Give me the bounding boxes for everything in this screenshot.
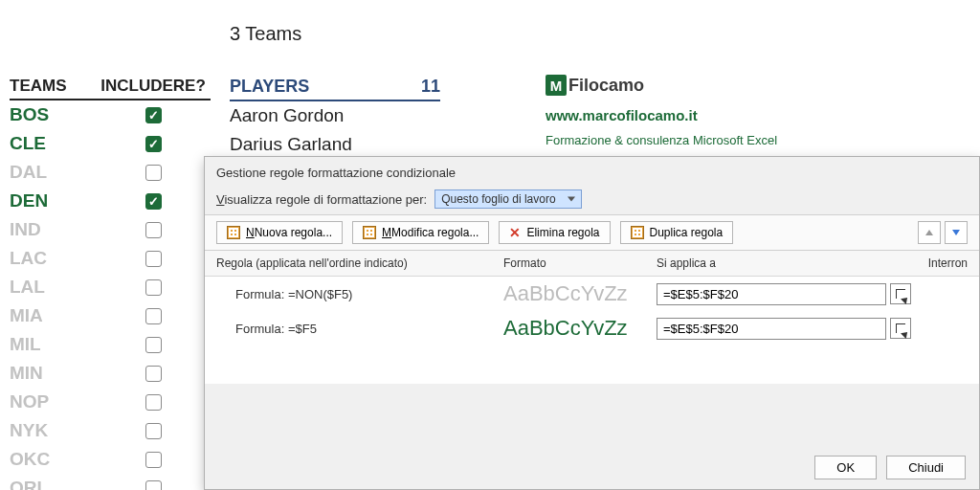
range-picker-icon [896,289,905,299]
delete-rule-button[interactable]: ✕ Elimina regola [499,221,610,244]
chevron-down-icon [952,230,960,235]
team-row: MIN [10,359,211,388]
players-header: PLAYERS [230,77,309,97]
col-rule: Regola (applicata nell'ordine indicato) [216,256,503,270]
col-applies: Si applica a [657,256,914,270]
team-name: LAL [10,277,96,298]
player-row: Aaron Gordon [230,101,440,130]
chevron-up-icon [925,230,933,235]
brand-tagline: Formazione & consulenza Microsoft Excel [546,133,777,147]
team-row: LAL [10,273,211,301]
include-checkbox[interactable] [145,222,162,238]
scope-select[interactable]: Questo foglio di lavoro [434,189,581,209]
rule-format-preview: AaBbCcYvZz [503,316,657,341]
range-picker-icon [896,323,905,333]
team-name: BOS [10,104,96,125]
team-name: MIN [10,363,96,384]
dialog-toolbar: NNuova regola... MModifica regola... ✕ E… [205,214,979,251]
new-rule-button[interactable]: NNuova regola... [216,221,343,244]
team-name: OKC [10,449,96,470]
include-header: INCLUDERE? [96,77,211,96]
team-name: IND [10,219,96,240]
team-row: ORL [10,474,211,490]
brand-url[interactable]: www.marcofilocamo.it [546,107,777,123]
include-checkbox[interactable] [145,193,162,210]
x-icon: ✕ [509,226,521,239]
include-checkbox[interactable] [145,480,162,491]
move-up-button[interactable] [918,221,941,244]
rule-format-preview: AaBbCcYvZz [503,281,657,306]
summary-count: 3 Teams [230,23,301,45]
team-row: DAL [10,158,211,187]
team-row: LAC [10,244,211,273]
teams-header: TEAMS [10,77,96,96]
team-name: MIL [10,334,96,355]
rule-formula: Formula: =$F5 [216,322,503,336]
team-name: CLE [10,133,96,154]
team-row: MIL [10,330,211,359]
col-format: Formato [503,256,657,270]
players-table: PLAYERS 11 Aaron GordonDarius Garland [230,77,440,159]
range-picker-button[interactable] [890,318,911,339]
include-checkbox[interactable] [145,251,162,267]
include-checkbox[interactable] [145,308,162,324]
move-down-button[interactable] [945,221,968,244]
grid-icon [363,226,376,239]
logo-text: Filocamo [568,76,644,96]
team-name: ORL [10,478,96,490]
close-button[interactable]: Chiudi [886,456,966,479]
team-name: NOP [10,391,96,412]
team-row: CLE [10,129,211,158]
logo-icon: M [546,75,567,96]
team-row: OKC [10,445,211,474]
team-row: IND [10,215,211,244]
include-checkbox[interactable] [145,452,162,468]
include-checkbox[interactable] [145,423,162,439]
include-checkbox[interactable] [145,136,162,152]
include-checkbox[interactable] [145,279,162,296]
rule-row[interactable]: Formula: =$F5AaBbCcYvZz [205,311,979,345]
dialog-title: Gestione regole formattazione condiziona… [205,157,979,184]
cf-rules-dialog: Gestione regole formattazione condiziona… [204,156,980,490]
include-checkbox[interactable] [145,337,162,353]
include-checkbox[interactable] [145,107,162,123]
applies-to-input[interactable] [657,318,886,340]
applies-to-input[interactable] [657,283,886,305]
team-name: MIA [10,305,96,326]
edit-rule-button[interactable]: MModifica regola... [352,221,489,244]
grid-icon [631,226,644,239]
players-count: 11 [421,77,440,97]
branding: M Filocamo www.marcofilocamo.it Formazio… [546,75,777,147]
team-row: MIA [10,301,211,330]
team-name: DEN [10,190,96,212]
include-checkbox[interactable] [145,165,162,181]
include-checkbox[interactable] [145,394,162,411]
grid-icon [227,226,240,239]
ok-button[interactable]: OK [814,456,877,479]
range-picker-button[interactable] [890,283,911,304]
rule-formula: Formula: =NON($F5) [216,287,503,301]
team-row: NOP [10,388,211,416]
rules-columns-header: Regola (applicata nell'ordine indicato) … [205,251,979,277]
rules-list: Formula: =NON($F5)AaBbCcYvZzFormula: =$F… [205,277,979,384]
include-checkbox[interactable] [145,366,162,382]
team-name: DAL [10,162,96,183]
team-row: BOS [10,100,211,129]
show-rules-for-label: Visualizza regole di formattazione per: [216,192,427,207]
col-stop: Interron [914,256,968,270]
team-name: NYK [10,420,96,441]
rule-row[interactable]: Formula: =NON($F5)AaBbCcYvZz [205,277,979,311]
duplicate-rule-button[interactable]: Duplica regola [620,221,734,244]
team-row: NYK [10,416,211,445]
team-name: LAC [10,248,96,269]
player-row: Darius Garland [230,130,440,159]
teams-table: TEAMS INCLUDERE? BOSCLEDALDENINDLACLALMI… [10,77,211,490]
team-row: DEN [10,187,211,215]
